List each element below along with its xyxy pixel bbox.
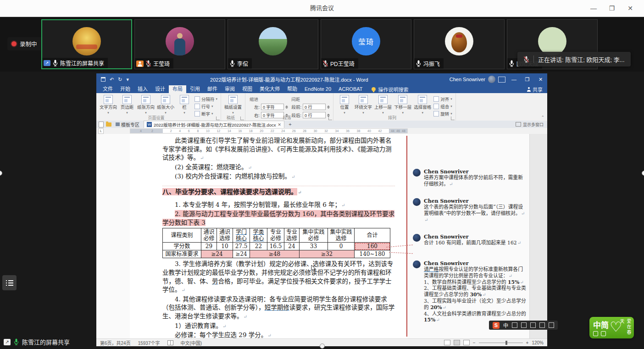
ribbon-tab-EndNote 20[interactable]: EndNote 20 [301,85,335,93]
new-document-icon[interactable] [99,122,104,127]
ribbon-tab-文件[interactable]: 文件 [99,85,117,93]
word-account[interactable]: Chen Snowriver [450,76,495,83]
word-close-icon[interactable]: ✕ [534,73,547,85]
participant-tile[interactable]: 李倌 [228,19,318,69]
review-comment[interactable]: Chen Snowriver培养方案中课程体系的学分前后不符，需重新仔细核对。↵ [413,169,527,188]
ribbon-button-位置[interactable]: 位置▾ [337,95,352,115]
redo-icon[interactable]: ↻ [118,77,122,83]
horizontal-ruler[interactable]: L 42 24681012141618202224262830323436384… [96,128,547,134]
restore-icon[interactable]: ❐ [603,5,621,12]
ribbon-tab-邮件[interactable]: 邮件 [204,85,221,93]
spin-field-input[interactable]: 0 字符 [261,104,284,110]
table-header-cell: 集中实践选修 [328,228,355,243]
close-tab-icon[interactable]: ✕ [278,122,282,127]
vertical-scrollbar[interactable] [529,134,547,338]
ribbon-tab-开始[interactable]: 开始 [117,85,134,93]
review-comment[interactable]: Chen Snowriver合计 160 有问题，前面几项加起来是 162↵ [413,234,527,246]
page-indicator[interactable]: 第6页，共24页 [100,339,131,346]
ribbon-tab-审阅[interactable]: 审阅 [221,85,239,93]
toolbox-icon[interactable] [549,322,554,328]
dialog-launcher-icon[interactable] [328,116,332,120]
ribbon-button-选择窗格[interactable]: 选择窗格▾ [414,95,431,115]
chinese-mode-icon[interactable]: 中 [503,321,508,329]
spellcheck-icon[interactable] [167,340,173,345]
open-folder-icon[interactable] [106,122,111,127]
voice-input-icon[interactable] [521,322,527,328]
review-comment[interactable]: Chen Snowriver这个表的各类别的学分数与后面“（三）课程设置明细表”… [413,198,527,223]
template-zone-tab[interactable]: 模板专区 [114,121,141,128]
review-comment[interactable]: Chen Snowriver请严格按照专业认证的学分标准重新核算各门类课程的学分… [413,260,527,323]
paragraph-mark: ↵ [182,288,185,293]
ribbon-tab-插入[interactable]: 插入 [134,85,151,93]
participant-tile[interactable]: 冯振飞 [414,19,505,69]
ribbon-button-文字方向[interactable]: 文字方向▾ [100,95,117,115]
undo-icon[interactable]: ↶ [110,77,114,83]
share-border-handle-bottom[interactable] [320,343,325,349]
ribbon-button-对齐[interactable]: 对齐▾ [433,96,452,102]
collapse-ribbon-icon[interactable]: ⌃ [541,115,544,120]
tab-stop-selector[interactable]: L [98,128,104,134]
new-tab-icon[interactable]: + [287,122,293,127]
skin-icon[interactable] [539,322,545,328]
ribbon-button-下移一层[interactable]: 下移一层▾ [394,95,411,115]
ribbon-button-分隔符[interactable]: 分隔符▾ [194,96,217,102]
share-border-handle-right[interactable] [642,171,644,176]
ribbon-button-纸张大小[interactable]: 纸张大小▾ [157,95,174,115]
ribbon-button-纸张方向[interactable]: 纸张方向▾ [137,95,155,115]
document-page[interactable]: 此类课程重在引导学生了解专业前沿理论和发展新动向，部分课程由国内外著名专家学者授… [130,134,408,338]
ribbon-tab-设计[interactable]: 设计 [151,85,169,93]
word-count[interactable]: 15937个字 [138,339,160,346]
ribbon-button-上移一层[interactable]: 上移一层▾ [374,95,392,115]
spin-field-input[interactable]: 0 行 [303,104,326,110]
show-windows-button[interactable]: 显示多窗口 [516,122,544,127]
dialog-launcher-icon[interactable] [451,116,455,120]
save-icon[interactable] [101,77,105,82]
read-mode-icon[interactable] [444,340,450,345]
table-header-row: 课程类别通识必修通识选修学门核心学类核心专业必修专业选修集中实践必修集中实践选修… [163,228,390,243]
ribbon-button-栏[interactable]: 栏▾ [177,95,192,115]
pen-icon[interactable] [512,322,517,328]
word-restore-icon[interactable]: ❐ [521,73,534,85]
recording-indicator[interactable]: 录制中 [7,37,43,50]
sogou-skin-badge[interactable]: 中简 ♡ 爱在春天 [589,317,634,338]
ribbon-tab-布局[interactable]: 布局 [169,85,186,93]
dialog-launcher-icon[interactable] [240,116,244,120]
sogou-input-toolbar[interactable]: S 中 [489,321,558,330]
ribbon-button-环绕文字[interactable]: 环绕文字▾ [355,95,372,115]
close-icon[interactable]: ✕ [621,5,639,12]
sogou-logo-icon[interactable]: S [493,322,500,329]
ribbon-tab-视图[interactable]: 视图 [239,85,256,93]
keyboard-icon[interactable] [530,322,536,328]
web-layout-icon[interactable] [463,340,470,345]
dialog-launcher-icon[interactable] [216,116,220,120]
spinner-arrows-icon[interactable] [327,105,330,109]
member-list-button[interactable] [2,275,17,290]
spinner-arrows-icon[interactable] [285,105,288,109]
active-document-tab[interactable]: W 2022版培养计划-详细版-能源与动力工程20220927-陈批注.docx… [144,121,284,128]
ribbon-display-options-icon[interactable] [498,77,505,83]
ribbon-tab-帮助[interactable]: 帮助 [283,85,301,93]
ribbon-tab-引用[interactable]: 引用 [186,85,204,93]
ribbon-button-页边距[interactable]: 页边距▾ [119,95,135,115]
word-share-button[interactable]: 共享 [527,86,543,93]
ribbon-button-组合[interactable]: 组合▾ [433,103,452,110]
participant-tile[interactable]: 王莹琦 [134,19,225,69]
minimize-icon[interactable]: — [584,5,603,12]
participant-tile[interactable]: 莹琦PD王莹琦 [321,19,411,69]
ribbon-button-稿纸设置[interactable]: 稿纸设置▾ [224,95,242,115]
zoom-slider-thumb[interactable] [505,341,507,345]
language-indicator[interactable]: 中文(中国) [181,339,202,346]
word-minimize-icon[interactable]: — [507,73,521,85]
ribbon-tab-美化大师[interactable]: 美化大师 [256,85,283,93]
print-layout-icon[interactable] [454,340,460,345]
zoom-out-icon[interactable]: − [473,340,476,345]
tell-me-search[interactable]: 操作说明搜索 [372,86,408,93]
share-border-handle-left[interactable] [0,171,2,176]
zoom-level[interactable]: 120% [532,340,544,345]
zoom-slider[interactable] [479,343,523,343]
zoom-in-icon[interactable]: + [526,340,529,345]
ribbon-button-行号[interactable]: 行号▾ [194,103,217,110]
participant-tile[interactable]: ↗陈雪江的屏幕共享 [41,19,132,69]
credit-requirements-table[interactable]: 课程类别通识必修通识选修学门核心学类核心专业必修专业选修集中实践必修集中实践选修… [162,228,390,258]
ribbon-tab-ACROBAT[interactable]: ACROBAT [335,85,366,93]
